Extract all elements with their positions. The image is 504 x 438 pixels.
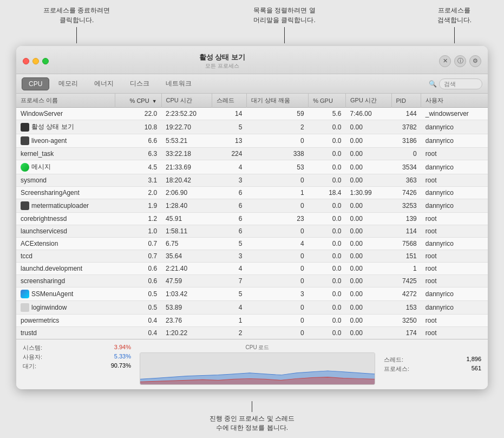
col-header-pid[interactable]: PID — [391, 94, 421, 108]
table-row[interactable]: powermetrics0.423.76100.00.003250root — [16, 315, 488, 327]
tab-cpu[interactable]: CPU — [22, 77, 49, 90]
tab-network[interactable]: 네트워크 — [159, 76, 199, 91]
col-header-name[interactable]: 프로세스 이름 — [16, 94, 115, 108]
cpu-time-cell: 2:21.40 — [161, 263, 212, 275]
threads-cell: 5 — [212, 238, 246, 250]
process-name-cell: WindowServer — [16, 108, 115, 120]
user-cell: root — [421, 174, 488, 187]
processes-stat-row: 프로세스: 561 — [384, 365, 481, 373]
process-name-text: ScreensharingAgent — [21, 189, 80, 197]
col-header-user[interactable]: 사용자 — [421, 94, 488, 108]
table-row[interactable]: WindowServer22.02:23:52.2014595.67:46.00… — [16, 108, 488, 120]
gpu-pct-cell: 0.0 — [309, 287, 346, 301]
search-icon: 🔍 — [429, 80, 437, 88]
table-row[interactable]: metermaticuploader1.91:28.40600.00.00325… — [16, 199, 488, 213]
process-name-text: ACExtension — [21, 240, 58, 247]
annotation-bottom: 진행 중인 프로세스 및 스레드수에 대한 정보를 봅니다. — [0, 401, 504, 438]
user-cell: dannyrico — [421, 199, 488, 213]
table-row[interactable]: 활성 상태 보기10.819:22.70520.00.003782dannyri… — [16, 120, 488, 134]
process-name-cell: ScreensharingAgent — [16, 187, 115, 199]
process-icon — [21, 163, 29, 172]
table-row[interactable]: liveon-agent6.65:53.211300.00.003186dann… — [16, 134, 488, 148]
cpu-time-cell: 35.64 — [161, 250, 212, 263]
process-name-text: kernel_task — [21, 150, 54, 158]
annotation-search: 프로세스를검색합니다. — [437, 5, 472, 49]
process-table-container: 프로세스 이름 % CPU ▼ CPU 시간 스레드 대기 상태 깨움 % GP… — [16, 94, 488, 339]
table-row[interactable]: loginwindow0.553.89400.00.00153dannyrico — [16, 301, 488, 315]
search-input[interactable] — [439, 79, 482, 89]
pid-cell: 139 — [391, 213, 421, 225]
gpu-pct-cell: 0.0 — [309, 275, 346, 287]
cpu-time-cell: 6.75 — [161, 238, 212, 250]
quit-process-button[interactable]: ✕ — [439, 55, 451, 67]
user-cell: root — [421, 315, 488, 327]
pid-cell: 3782 — [391, 120, 421, 134]
user-cell: dannyrico — [421, 160, 488, 174]
table-row[interactable]: launchservicesd1.01:58.11600.00.00114roo… — [16, 225, 488, 238]
pid-cell: 153 — [391, 301, 421, 315]
cpu-time-cell: 23.76 — [161, 315, 212, 327]
cpu-time-cell: 53.89 — [161, 301, 212, 315]
table-row[interactable]: launchd.development0.62:21.40400.00.001r… — [16, 263, 488, 275]
cpu-pct-cell: 3.1 — [115, 174, 161, 187]
gpu-pct-cell: 18.4 — [309, 187, 346, 199]
col-header-wake[interactable]: 대기 상태 깨움 — [246, 94, 308, 108]
tab-memory[interactable]: 메모리 — [51, 76, 85, 91]
process-table: 프로세스 이름 % CPU ▼ CPU 시간 스레드 대기 상태 깨움 % GP… — [16, 94, 488, 339]
table-row[interactable]: screensharingd0.647.59700.00.007425root — [16, 275, 488, 287]
table-row[interactable]: kernel_task6.333:22.182243380.00.000root — [16, 148, 488, 160]
table-row[interactable]: ACExtension0.76.75540.00.007568dannyrico — [16, 238, 488, 250]
cpu-time-cell: 1:28.40 — [161, 199, 212, 213]
view-options-button[interactable]: ⚙ — [469, 55, 481, 67]
inspect-button[interactable]: ⓘ — [454, 55, 466, 67]
gpu-time-cell: 0.00 — [346, 301, 392, 315]
table-row[interactable]: ScreensharingAgent2.02:06.906118.41:30.9… — [16, 187, 488, 199]
threads-cell: 6 — [212, 213, 246, 225]
col-header-cpu-time[interactable]: CPU 시간 — [161, 94, 212, 108]
process-name-cell: trustd — [16, 327, 115, 339]
annotation-quit: 프로세스를 종료하려면클릭합니다. — [43, 5, 110, 49]
process-name-text: launchd.development — [21, 265, 82, 272]
gpu-pct-cell: 0.0 — [309, 263, 346, 275]
col-header-gpu-pct[interactable]: % GPU — [309, 94, 346, 108]
system-label: 시스템: — [23, 344, 42, 352]
cpu-time-cell: 1:58.11 — [161, 225, 212, 238]
cpu-pct-cell: 1.2 — [115, 213, 161, 225]
pid-cell: 1 — [391, 263, 421, 275]
window-title: 활성 상태 보기 — [16, 53, 439, 62]
process-name-text: powermetrics — [21, 317, 59, 324]
wake-cell: 0 — [246, 301, 308, 315]
col-header-gpu-time[interactable]: GPU 시간 — [346, 94, 392, 108]
cpu-pct-cell: 2.0 — [115, 187, 161, 199]
process-name-text: tccd — [21, 252, 32, 260]
system-value: 3.94% — [114, 344, 131, 352]
sort-arrow-icon: ▼ — [152, 99, 157, 104]
col-header-cpu-pct[interactable]: % CPU ▼ — [115, 94, 161, 108]
table-row[interactable]: tccd0.735.64300.00.00151root — [16, 250, 488, 263]
system-stat-row: 시스템: 3.94% — [23, 344, 131, 352]
threads-cell: 6 — [212, 225, 246, 238]
col-header-threads[interactable]: 스레드 — [212, 94, 246, 108]
tab-energy[interactable]: 에너지 — [87, 76, 121, 91]
threads-cell: 5 — [212, 120, 246, 134]
gpu-pct-cell: 0.0 — [309, 225, 346, 238]
process-name-cell: SSMenuAgent — [16, 287, 115, 301]
table-row[interactable]: SSMenuAgent0.51:03.42530.00.004272dannyr… — [16, 287, 488, 301]
wake-cell: 53 — [246, 160, 308, 174]
gpu-pct-cell: 0.0 — [309, 160, 346, 174]
table-row[interactable]: 메시지4.521:33.694530.00.003534dannyrico — [16, 160, 488, 174]
annotation-sort: 목록을 정렬하려면 열머리말을 클릭합니다. — [253, 5, 316, 49]
wake-cell: 338 — [246, 148, 308, 160]
threads-cell: 6 — [212, 187, 246, 199]
pid-cell: 7425 — [391, 275, 421, 287]
tab-disk[interactable]: 디스크 — [123, 76, 156, 91]
table-row[interactable]: sysmond3.118:20.42300.00.00363root — [16, 174, 488, 187]
gpu-time-cell: 0.00 — [346, 275, 392, 287]
pid-cell: 7568 — [391, 238, 421, 250]
cpu-pct-cell: 0.5 — [115, 287, 161, 301]
table-row[interactable]: trustd0.41:20.22200.00.00174root — [16, 327, 488, 339]
pid-cell: 114 — [391, 225, 421, 238]
process-icon — [21, 123, 29, 132]
table-row[interactable]: corebrightnessd1.245.916230.00.00139root — [16, 213, 488, 225]
chart-title: CPU 로드 — [246, 344, 270, 351]
